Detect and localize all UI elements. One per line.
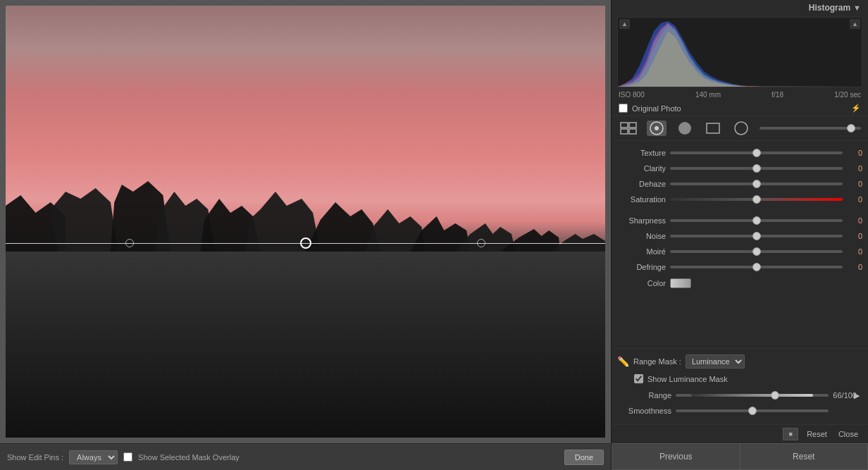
edit-pins-select[interactable]: Always [69, 450, 118, 464]
tool-slider-container [760, 127, 861, 130]
show-mask-overlay-checkbox[interactable] [123, 452, 132, 462]
done-button[interactable]: Done [564, 450, 604, 465]
defringe-thumb[interactable] [752, 263, 761, 271]
histogram-right-btn[interactable]: ▲ [850, 19, 860, 29]
right-panel: Histogram ▼ ▲ ▲ ISO 80 [611, 0, 868, 470]
show-luminance-mask-label: Show Luminance Mask [647, 375, 728, 383]
reset-button-bottom[interactable]: Reset [740, 443, 869, 470]
show-mask-overlay-label: Show Selected Mask Overlay [138, 453, 240, 462]
clarity-label: Clarity [617, 164, 670, 173]
filled-circle-icon[interactable] [675, 120, 695, 136]
clarity-value: 0 [843, 164, 862, 173]
clarity-row: Clarity 0 [612, 161, 868, 176]
color-row: Color [612, 275, 868, 292]
dehaze-value: 0 [843, 180, 862, 188]
histogram-chart [618, 18, 862, 87]
clarity-slider[interactable] [670, 167, 843, 170]
moire-slider[interactable] [670, 250, 843, 253]
range-mask-select[interactable]: Luminance [686, 354, 745, 369]
bottom-section: ■ Reset Close Previous Reset [612, 424, 868, 470]
photo-panel: Show Edit Pins : Always Show Selected Ma… [0, 0, 611, 470]
sharpness-value: 0 [843, 216, 862, 225]
eyedropper-icon[interactable]: ✏️ [617, 356, 629, 367]
svg-rect-15 [621, 129, 628, 134]
photo-image [6, 6, 605, 438]
histogram-dropdown-icon[interactable]: ▼ [853, 4, 861, 12]
range-slider-thumb[interactable] [771, 391, 779, 400]
clarity-thumb[interactable] [752, 164, 761, 173]
svg-rect-14 [629, 123, 636, 128]
grid-tool-icon[interactable] [619, 120, 638, 136]
sharpness-slider[interactable] [670, 219, 843, 222]
noise-slider[interactable] [670, 235, 843, 237]
tool-slider-thumb[interactable] [847, 124, 855, 132]
noise-row: Noise 0 [612, 228, 868, 244]
dehaze-thumb[interactable] [752, 180, 761, 188]
svg-rect-13 [621, 123, 628, 128]
dehaze-slider[interactable] [670, 183, 843, 185]
tool-size-slider[interactable] [760, 127, 861, 130]
water-area [6, 252, 605, 438]
texture-value: 0 [843, 149, 862, 157]
focal-length-value: 140 mm [695, 91, 721, 99]
smoothness-slider[interactable] [676, 409, 829, 412]
square-icon-button[interactable]: ■ [783, 428, 798, 440]
circle-outline-icon[interactable] [731, 120, 751, 136]
color-swatch-container [670, 278, 691, 288]
range-mask-header: ✏️ Range Mask : Luminance [617, 354, 862, 369]
color-label: Color [617, 279, 670, 287]
previous-button[interactable]: Previous [612, 443, 740, 470]
range-mask-section: ✏️ Range Mask : Luminance Show Luminance… [612, 348, 868, 424]
reset-button-top[interactable]: Reset [804, 428, 830, 440]
color-swatch[interactable] [670, 278, 691, 288]
sharpness-label: Sharpness [617, 216, 670, 225]
defringe-label: Defringe [617, 263, 670, 271]
saturation-thumb[interactable] [752, 195, 761, 204]
moire-value: 0 [843, 247, 862, 256]
smoothness-label: Smoothness [623, 407, 676, 415]
histogram-left-btn[interactable]: ▲ [619, 19, 630, 29]
svg-point-19 [678, 122, 691, 135]
range-slider[interactable]: ▶ [676, 394, 829, 397]
original-photo-checkbox[interactable] [619, 104, 628, 113]
saturation-label: Saturation [617, 195, 670, 204]
texture-thumb[interactable] [752, 149, 761, 157]
smoothness-slider-thumb[interactable] [748, 407, 757, 415]
photo-container [6, 6, 605, 438]
dehaze-row: Dehaze 0 [612, 176, 868, 192]
dehaze-track [670, 183, 843, 185]
texture-slider[interactable] [670, 151, 843, 154]
svg-marker-1 [51, 188, 118, 252]
show-luminance-mask-checkbox[interactable] [634, 374, 643, 383]
filled-circle-svg [677, 120, 693, 136]
close-button[interactable]: Close [836, 428, 861, 440]
range-slider-fill [691, 394, 814, 397]
sharpness-thumb[interactable] [752, 216, 761, 225]
saturation-slider[interactable] [670, 198, 843, 201]
range-arrow-icon[interactable]: ▶ [854, 391, 860, 400]
aperture-value: f/18 [771, 91, 783, 99]
svg-point-18 [655, 126, 659, 130]
center-control-point[interactable] [300, 237, 311, 249]
histogram-container: ▲ ▲ [617, 17, 862, 87]
noise-thumb[interactable] [752, 232, 761, 240]
defringe-slider[interactable] [670, 266, 843, 268]
texture-track [670, 151, 843, 154]
histogram-meta: ISO 800 140 mm f/18 1/20 sec [612, 89, 868, 101]
svg-rect-16 [629, 129, 636, 134]
range-value: 66/100 [829, 391, 857, 400]
saturation-value: 0 [843, 195, 862, 204]
circle-tool-icon[interactable] [647, 120, 666, 136]
noise-label: Noise [617, 232, 670, 240]
square-icon-svg [705, 122, 721, 135]
right-control-point[interactable] [477, 239, 485, 247]
lightning-icon[interactable]: ⚡ [851, 104, 861, 113]
moire-thumb[interactable] [752, 247, 761, 256]
saturation-track [670, 198, 843, 201]
original-photo-label: Original Photo [632, 104, 681, 113]
clarity-track [670, 167, 843, 170]
square-tool-icon[interactable] [703, 120, 723, 136]
svg-point-21 [735, 122, 748, 135]
grid-icon-svg [620, 122, 637, 135]
moire-track [670, 250, 843, 253]
